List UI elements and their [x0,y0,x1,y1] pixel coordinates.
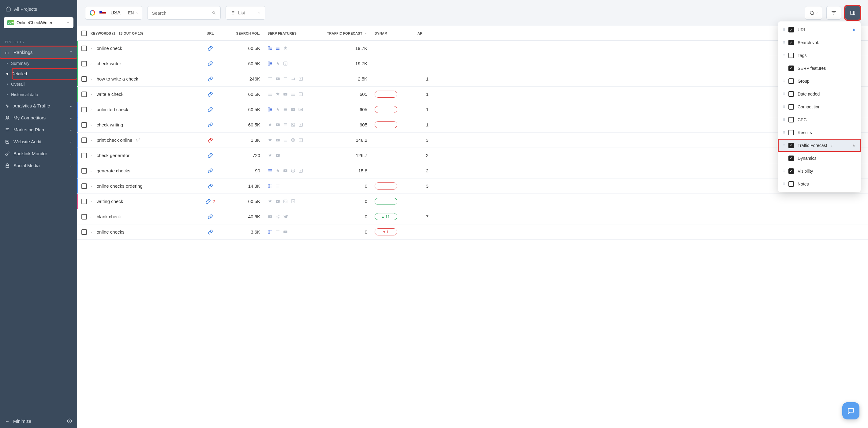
column-checkbox[interactable] [788,91,794,97]
drag-handle-icon[interactable]: ⠿ [783,66,785,70]
column-option[interactable]: ⠿Tags [778,49,861,62]
url-cell[interactable] [196,137,224,143]
column-checkbox[interactable] [788,79,794,84]
drag-handle-icon[interactable]: ⠿ [783,156,785,160]
expand-icon[interactable]: › [91,200,92,203]
col-keywords[interactable]: KEYWORDS (1 - 13 OUT OF 13) [87,32,196,35]
nav-historical[interactable]: Historical data [12,89,77,100]
col-url[interactable]: URL [196,32,224,35]
drag-handle-icon[interactable]: ⠿ [783,131,785,135]
nav-backlink[interactable]: Backlink Monitor ⌄ [0,148,77,159]
row-checkbox[interactable] [82,61,87,66]
column-option[interactable]: ⠿✓Search vol. [778,36,861,49]
url-cell[interactable] [196,92,224,97]
nav-marketing[interactable]: Marketing Plan ⌄ [0,124,77,135]
row-checkbox[interactable] [82,122,87,128]
row-checkbox[interactable] [82,214,87,219]
search-box[interactable] [147,6,221,20]
drag-handle-icon[interactable]: ⠿ [783,79,785,83]
nav-competitors[interactable]: My Competitors ⌄ [0,112,77,124]
row-checkbox[interactable] [82,45,87,51]
row-checkbox[interactable] [82,229,87,235]
column-option[interactable]: ⠿✓SERP features [778,62,861,75]
nav-analytics[interactable]: Analytics & Traffic ⌄ [0,100,77,112]
drag-handle-icon[interactable]: ⠿ [783,28,785,32]
column-option[interactable]: ⠿Competition [778,100,861,113]
column-checkbox[interactable]: ✓ [788,169,794,174]
column-checkbox[interactable]: ✓ [788,65,794,71]
drag-handle-icon[interactable]: ⠿ [783,169,785,173]
drag-handle-icon[interactable]: ⠿ [783,92,785,96]
select-all-checkbox[interactable] [82,31,87,36]
col-volume[interactable]: SEARCH VOL. [224,32,264,35]
col-extra[interactable]: AR [414,32,432,35]
row-checkbox[interactable] [82,137,87,143]
url-cell[interactable] [196,107,224,112]
url-cell[interactable] [196,76,224,82]
row-checkbox[interactable] [82,76,87,82]
column-checkbox[interactable] [788,53,794,58]
nav-summary[interactable]: Summary [12,58,77,68]
nav-rankings[interactable]: Rankings ⌃ [0,46,77,58]
url-cell[interactable] [196,153,224,158]
row-checkbox[interactable] [82,92,87,97]
expand-icon[interactable]: › [91,47,92,50]
expand-icon[interactable]: › [91,108,92,112]
column-option[interactable]: ⠿CPC [778,113,861,126]
expand-icon[interactable]: › [91,62,92,65]
drag-handle-icon[interactable]: ⠿ [783,41,785,45]
help-icon[interactable] [67,418,72,424]
expand-icon[interactable]: › [91,123,92,127]
url-cell[interactable] [196,214,224,219]
column-option[interactable]: ⠿✓Traffic Forecasti [778,139,861,152]
url-cell[interactable] [196,168,224,174]
column-chooser-button[interactable] [845,6,860,20]
column-checkbox[interactable] [788,181,794,187]
column-checkbox[interactable] [788,130,794,135]
column-option[interactable]: ⠿✓URL [778,23,861,36]
drag-handle-icon[interactable]: ⠿ [783,105,785,109]
row-checkbox[interactable] [82,199,87,204]
nav-social[interactable]: Social Media ⌄ [0,159,77,172]
column-checkbox[interactable] [788,117,794,122]
expand-icon[interactable]: › [91,169,92,173]
expand-icon[interactable]: › [91,139,92,142]
expand-icon[interactable]: › [91,184,92,188]
expand-icon[interactable]: › [91,215,92,219]
language-selector[interactable]: EN [125,10,139,15]
nav-detailed[interactable]: Detailed [12,68,77,79]
column-checkbox[interactable] [788,104,794,110]
nav-overall[interactable]: Overall [12,79,77,89]
expand-icon[interactable]: › [91,154,92,157]
column-checkbox[interactable]: ✓ [788,155,794,161]
pin-icon[interactable] [852,28,856,32]
row-checkbox[interactable] [82,168,87,174]
col-dynamics[interactable]: DYNAM [371,32,414,35]
row-checkbox[interactable] [82,153,87,158]
filter-button[interactable] [826,6,841,20]
url-cell[interactable] [196,229,224,235]
all-projects-link[interactable]: All Projects [4,4,73,14]
row-checkbox[interactable] [82,183,87,189]
url-cell[interactable] [196,183,224,189]
url-cell[interactable]: 2 [196,199,224,204]
expand-icon[interactable]: › [91,77,92,81]
copy-button[interactable] [805,6,822,20]
row-checkbox[interactable] [82,107,87,112]
column-option[interactable]: ⠿Results [778,126,861,139]
drag-handle-icon[interactable]: ⠿ [783,54,785,58]
column-checkbox[interactable]: ✓ [788,40,794,45]
column-option[interactable]: ⠿✓Visibility [778,165,861,178]
project-selector[interactable]: OCW OnlineCheckWriter [4,17,73,28]
column-checkbox[interactable]: ✓ [788,27,794,32]
pin-icon[interactable] [852,143,856,148]
url-cell[interactable] [196,61,224,66]
col-forecast[interactable]: TRAFFIC FORECAST [322,32,371,35]
drag-handle-icon[interactable]: ⠿ [783,144,785,148]
column-checkbox[interactable]: ✓ [788,143,794,148]
drag-handle-icon[interactable]: ⠿ [783,182,785,186]
view-mode-selector[interactable]: List [225,6,266,20]
expand-icon[interactable]: › [91,92,92,96]
column-option[interactable]: ⠿Date added [778,88,861,100]
url-cell[interactable] [196,45,224,51]
